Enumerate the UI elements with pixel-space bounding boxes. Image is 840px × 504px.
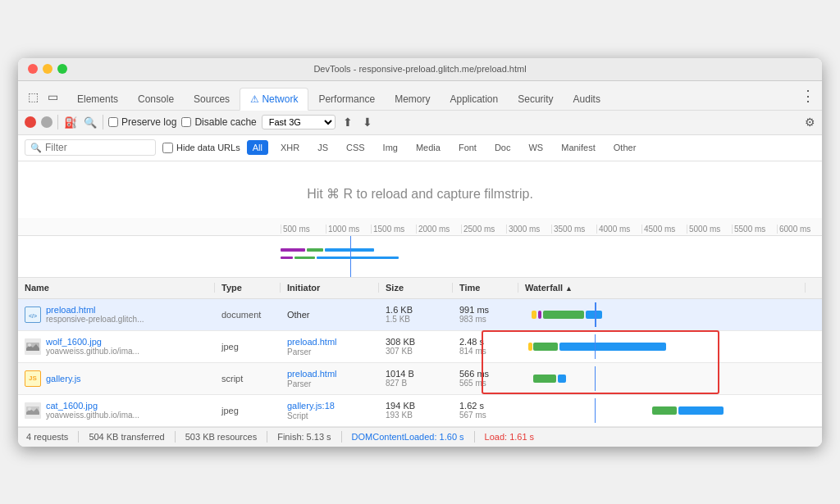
maximize-button[interactable]: [57, 64, 67, 74]
initiator-link[interactable]: gallery.js:18: [287, 401, 335, 411]
finish-time: Finish: 5.13 s: [277, 432, 331, 442]
filter-icon[interactable]: ⛽: [63, 115, 78, 129]
tab-audits[interactable]: Audits: [564, 89, 610, 110]
table-row[interactable]: JS gallery.js script preload.html Parser…: [18, 363, 822, 395]
col-time[interactable]: Time: [453, 283, 518, 293]
resource-initiator: preload.html Parser: [281, 334, 379, 360]
status-divider: [341, 431, 342, 443]
tab-console[interactable]: Console: [128, 89, 184, 110]
timeline-ruler: 500 ms 1000 ms 1500 ms 2000 ms 2500 ms 3…: [18, 218, 822, 236]
resource-time: 991 ms 983 ms: [453, 302, 518, 327]
tab-performance[interactable]: Performance: [308, 89, 385, 110]
wf-waiting: [652, 406, 677, 415]
download-icon[interactable]: ⬇: [360, 115, 375, 129]
resource-name-cell: wolf_1600.jpg yoavweiss.github.io/ima...: [18, 334, 215, 359]
resource-size: 1014 B 827 B: [379, 366, 453, 391]
resource-name-main: preload.html: [46, 305, 144, 315]
wf-stalled-bar: [538, 311, 541, 319]
load-time: Load: 1.61 s: [485, 432, 535, 442]
table-row[interactable]: cat_1600.jpg yoavweiss.github.io/ima... …: [18, 395, 822, 427]
disable-cache-label[interactable]: Disable cache: [181, 116, 256, 128]
initiator-link[interactable]: preload.html: [287, 337, 337, 347]
tick-4000ms: 4000 ms: [596, 225, 641, 234]
filter-xhr-button[interactable]: XHR: [275, 140, 305, 155]
filter-ws-button[interactable]: WS: [523, 140, 549, 155]
tab-memory[interactable]: Memory: [385, 89, 440, 110]
resource-initiator: gallery.js:18 Script: [281, 397, 379, 424]
status-divider: [474, 431, 475, 443]
wf-waiting: [533, 343, 558, 351]
status-divider: [267, 431, 267, 443]
close-button[interactable]: [28, 64, 38, 74]
minimize-button[interactable]: [43, 64, 52, 74]
filter-img-button[interactable]: Img: [377, 140, 404, 155]
status-divider: [175, 431, 176, 443]
filter-all-button[interactable]: All: [247, 140, 268, 155]
tick-2000ms: 2000 ms: [416, 225, 461, 234]
tab-sources[interactable]: Sources: [184, 89, 240, 110]
resource-initiator: preload.html Parser: [281, 366, 379, 392]
waterfall-cell-3: [518, 363, 822, 394]
table-row[interactable]: wolf_1600.jpg yoavweiss.github.io/ima...…: [18, 331, 822, 363]
waterfall-cell-2: [518, 331, 822, 362]
resource-name-cell: cat_1600.jpg yoavweiss.github.io/ima...: [18, 397, 215, 423]
filter-other-button[interactable]: Other: [608, 140, 642, 155]
filter-manifest-button[interactable]: Manifest: [555, 140, 601, 155]
hide-data-urls-label[interactable]: Hide data URLs: [162, 143, 240, 153]
filter-js-button[interactable]: JS: [312, 140, 334, 155]
resource-time: 2.48 s 814 ms: [453, 334, 518, 359]
svg-point-9: [28, 407, 31, 411]
filter-input-wrap[interactable]: 🔍: [25, 139, 156, 156]
col-initiator[interactable]: Initiator: [281, 283, 379, 293]
requests-count: 4 requests: [26, 432, 68, 442]
filter-css-button[interactable]: CSS: [340, 140, 371, 155]
table-row[interactable]: </> preload.html responsive-preload.glit…: [18, 299, 822, 331]
tab-network[interactable]: ⚠ Network: [240, 88, 308, 111]
tick-1000ms: 1000 ms: [326, 225, 371, 234]
preserve-log-label[interactable]: Preserve log: [108, 116, 176, 128]
tab-security[interactable]: Security: [508, 89, 563, 110]
throttle-select[interactable]: No throttling Fast 3G Slow 3G: [262, 115, 336, 129]
initiator-link[interactable]: preload.html: [287, 369, 337, 379]
resource-name-main: wolf_1600.jpg: [46, 337, 139, 347]
resource-name-sub: responsive-preload.glitch...: [46, 315, 144, 324]
preserve-log-checkbox[interactable]: [108, 117, 118, 127]
wf-receiving: [678, 406, 724, 415]
resources-size: 503 KB resources: [185, 432, 257, 442]
clear-button[interactable]: [41, 116, 52, 128]
resource-size: 308 KB 307 KB: [379, 334, 453, 359]
cursor-icon[interactable]: ⬚: [25, 89, 41, 105]
col-waterfall[interactable]: Waterfall ▲: [518, 283, 806, 293]
waterfall-cell-4: [518, 395, 822, 426]
more-tabs-icon[interactable]: ⋮: [801, 87, 815, 110]
resource-name-main: gallery.js: [46, 374, 81, 384]
filter-media-button[interactable]: Media: [410, 140, 446, 155]
filter-doc-button[interactable]: Doc: [489, 140, 517, 155]
hide-data-urls-checkbox[interactable]: [162, 143, 173, 153]
wf-queued-bar: [532, 311, 536, 319]
settings-icon[interactable]: ⚙: [805, 116, 815, 129]
main-message: Hit ⌘ R to reload and capture filmstrip.: [18, 161, 822, 218]
status-bar: 4 requests 504 KB transferred 503 KB res…: [18, 427, 822, 447]
img-icon: [25, 338, 41, 355]
tab-application[interactable]: Application: [440, 89, 508, 110]
record-button[interactable]: [25, 116, 36, 128]
tick-4500ms: 4500 ms: [641, 225, 687, 234]
filter-icon-small: 🔍: [30, 143, 42, 153]
disable-cache-checkbox[interactable]: [181, 117, 191, 127]
tick-3000ms: 3000 ms: [506, 225, 551, 234]
wf-vline: [595, 366, 596, 391]
tab-elements[interactable]: Elements: [67, 89, 128, 110]
search-icon[interactable]: 🔍: [83, 115, 98, 129]
resource-size: 194 KB 193 KB: [379, 397, 453, 423]
col-type[interactable]: Type: [215, 283, 281, 293]
device-icon[interactable]: ▭: [44, 89, 61, 105]
col-name[interactable]: Name: [18, 283, 215, 293]
filter-font-button[interactable]: Font: [453, 140, 482, 155]
timeline-section: 500 ms 1000 ms 1500 ms 2000 ms 2500 ms 3…: [18, 218, 822, 278]
upload-icon[interactable]: ⬆: [340, 115, 355, 129]
col-size[interactable]: Size: [379, 283, 453, 293]
filter-input[interactable]: [45, 142, 150, 153]
resource-name-cell: JS gallery.js: [18, 367, 215, 390]
toolbar-divider-1: [57, 115, 58, 129]
